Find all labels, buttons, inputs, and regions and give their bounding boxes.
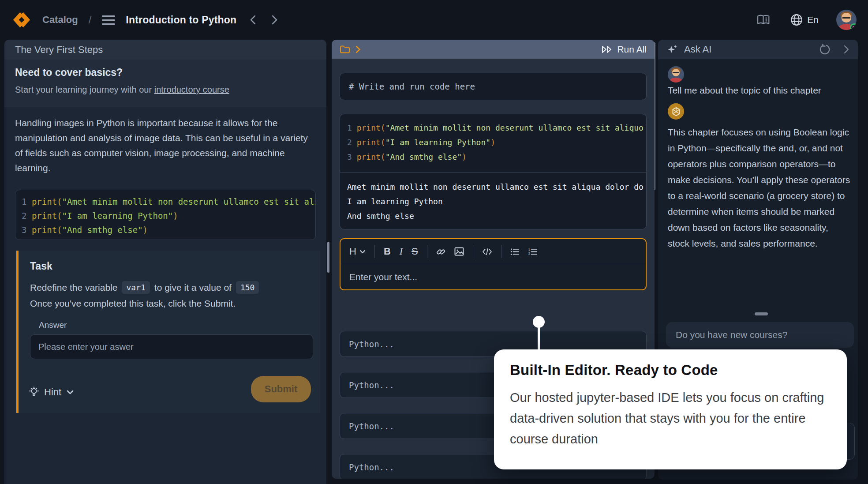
language-selector[interactable]: En — [790, 14, 819, 26]
code-line: 3 print("And smthg else") — [347, 150, 639, 164]
chat-user-avatar — [668, 66, 684, 83]
user-message: Tell me about the topic of this chapter — [668, 85, 850, 96]
sparkle-icon — [667, 45, 678, 55]
run-all-button[interactable]: Run All — [602, 44, 647, 55]
achievement-badge — [850, 23, 857, 30]
chevron-down-icon — [67, 390, 74, 394]
ask-ai-header: Ask AI — [658, 40, 858, 59]
glossary-book-icon[interactable] — [757, 15, 770, 25]
editor-toolbar: H B I S — [340, 239, 646, 264]
output-line: And smthg else — [347, 209, 639, 223]
next-chapter-icon[interactable] — [272, 15, 281, 25]
code-icon[interactable] — [482, 248, 492, 255]
code-line: 1 print("Amet minim mollit non deserunt … — [347, 120, 639, 135]
collapse-panel-chevron-icon[interactable] — [844, 45, 849, 54]
image-icon[interactable] — [454, 247, 464, 256]
lesson-title: The Very First Steps — [15, 44, 103, 56]
ask-ai-title: Ask AI — [684, 44, 711, 55]
course-title: Introduction to Python — [126, 14, 236, 26]
lesson-paragraph: Handling images in Python is important b… — [15, 116, 313, 176]
svg-text:1: 1 — [528, 248, 530, 251]
task-text-2: Once you've completed this task, click t… — [30, 298, 311, 309]
task-heading: Task — [30, 260, 311, 272]
code-cell[interactable]: 1 print("Amet minim mollit non deserunt … — [340, 114, 647, 229]
code-line: 2 print("I am learning Python") — [347, 135, 639, 150]
basics-heading: Need to cover basics? — [15, 67, 316, 79]
reset-chat-icon[interactable] — [819, 44, 831, 55]
svg-text:2: 2 — [528, 252, 530, 255]
expand-files-chevron-icon[interactable] — [355, 45, 361, 53]
globe-icon — [790, 14, 803, 26]
submit-button[interactable]: Submit — [251, 376, 311, 402]
suggested-question-chip[interactable]: Do you have new courses? — [666, 322, 854, 348]
basics-callout: Need to cover basics? Start your learnin… — [4, 60, 326, 107]
bullet-list-icon[interactable] — [510, 248, 520, 255]
tooltip-title: Built-In Editor. Ready to Code — [510, 362, 831, 379]
code-line: 1 print("Amet minim mollit non deserunt … — [22, 195, 309, 209]
language-label: En — [807, 15, 819, 25]
code-line: 3 print("And smthg else") — [22, 223, 309, 237]
bold-button[interactable]: B — [384, 246, 391, 257]
strikethrough-button[interactable]: S — [412, 246, 418, 257]
run-all-icon — [602, 45, 613, 53]
italic-button[interactable]: I — [400, 246, 403, 257]
task-text: to give it a value of — [154, 282, 232, 293]
task-variable-chip: var1 — [122, 281, 150, 294]
scratch-comment: # Write and run code here — [349, 82, 475, 91]
rich-text-cell: H B I S — [340, 238, 647, 290]
prev-chapter-icon[interactable] — [250, 15, 258, 25]
answer-label: Answer — [39, 320, 311, 330]
ai-assistant-avatar — [668, 103, 684, 120]
editor-text-area[interactable]: Enter your text... — [340, 264, 646, 289]
task-text: Redefine the variable — [30, 282, 117, 293]
output-line: I am learning Python — [347, 194, 639, 209]
hint-button[interactable]: Hint — [29, 386, 74, 398]
breadcrumb-catalog[interactable]: Catalog — [42, 14, 78, 26]
introductory-course-link[interactable]: introductory course — [154, 85, 229, 94]
task-value-chip: 150 — [236, 281, 259, 294]
user-avatar[interactable] — [836, 10, 857, 30]
hint-label: Hint — [44, 386, 61, 398]
link-icon[interactable] — [436, 247, 445, 256]
task-card: Task Redefine the variable var1 to give … — [16, 251, 320, 413]
scratch-cell[interactable]: # Write and run code here — [340, 73, 647, 100]
topbar: Catalog / Introduction to Python En — [0, 0, 868, 40]
tooltip-anchor-dot — [533, 316, 545, 328]
cell-output: Amet minim mollit non deserunt ullamco e… — [340, 172, 646, 229]
folder-icon[interactable] — [340, 45, 350, 54]
course-menu-icon[interactable] — [102, 15, 115, 25]
numbered-list-icon[interactable]: 1 2 — [528, 248, 538, 255]
notebook-toolbar: Run All — [332, 40, 655, 59]
onboarding-tooltip: Built-In Editor. Ready to Code Our hoste… — [494, 349, 847, 469]
lesson-header: The Very First Steps — [4, 40, 326, 60]
tooltip-body: Our hosted jupyter-based IDE lets you fo… — [510, 387, 831, 450]
output-line: Amet minim mollit non deserunt ullamco e… — [347, 180, 639, 194]
editor-placeholder: Enter your text... — [349, 272, 417, 282]
lesson-code-sample: 1 print("Amet minim mollit non deserunt … — [15, 190, 316, 240]
heading-button[interactable]: H — [349, 246, 366, 257]
resize-handle[interactable] — [755, 312, 768, 315]
lesson-panel: The Very First Steps Need to cover basic… — [4, 40, 326, 484]
basics-text: Start your learning journey with our — [15, 85, 152, 94]
app-logo-icon[interactable] — [11, 11, 32, 29]
code-line: 2 print("I am learning Python") — [22, 209, 309, 223]
answer-input[interactable] — [30, 334, 313, 359]
run-all-label: Run All — [617, 44, 647, 55]
bulb-icon — [29, 386, 39, 398]
breadcrumb-separator: / — [89, 14, 92, 26]
lesson-scrollbar[interactable] — [327, 242, 329, 273]
ai-message: This chapter focuses on using Boolean lo… — [668, 124, 850, 251]
